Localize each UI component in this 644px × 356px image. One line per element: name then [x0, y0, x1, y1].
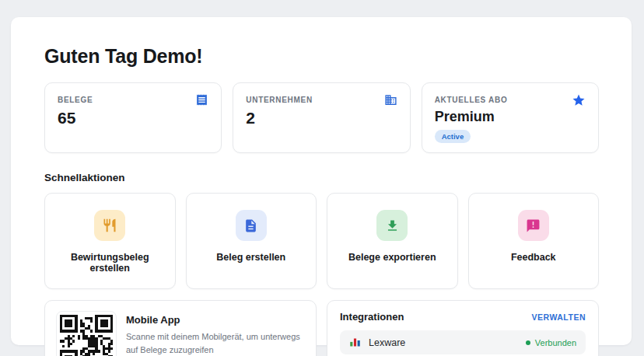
- stat-value: Premium: [435, 109, 586, 125]
- stat-card-abo: AKTUELLES ABO Premium Active: [422, 82, 599, 153]
- status-badge: Active: [435, 130, 471, 143]
- quick-actions-row: Bewirtungsbeleg erstellen Beleg erstelle…: [44, 193, 599, 289]
- stat-label: BELEGE: [58, 93, 93, 104]
- stat-label: AKTUELLES ABO: [435, 93, 508, 104]
- integration-row-lexware: Lexware Verbunden: [340, 330, 586, 354]
- action-label: Beleg erstellen: [193, 252, 310, 263]
- receipt-icon: [195, 93, 208, 106]
- action-belege-exportieren[interactable]: Belege exportieren: [327, 193, 458, 289]
- action-bewirtungsbeleg-erstellen[interactable]: Bewirtungsbeleg erstellen: [44, 193, 176, 289]
- stat-card-unternehmen: UNTERNEHMEN 2: [233, 82, 410, 153]
- mobile-app-description: Scanne mit deinem Mobilgerät, um unterwe…: [126, 330, 305, 356]
- action-beleg-erstellen[interactable]: Beleg erstellen: [186, 193, 317, 289]
- action-label: Feedback: [475, 252, 593, 263]
- download-icon: [376, 210, 408, 241]
- stat-card-belege: BELEGE 65: [44, 82, 222, 153]
- lexware-logo: [349, 337, 361, 348]
- star-icon: [572, 93, 586, 107]
- stat-label: UNTERNEHMEN: [246, 93, 312, 104]
- mobile-app-card: Mobile App Scanne mit deinem Mobilgerät,…: [44, 300, 317, 356]
- page-title: Guten Tag Demo!: [44, 45, 599, 68]
- mobile-app-title: Mobile App: [126, 314, 305, 326]
- building-icon: [384, 93, 397, 106]
- qr-code: [56, 311, 117, 356]
- integrations-card: Integrationen VERWALTEN Lexware Verbunde…: [327, 300, 599, 356]
- action-feedback[interactable]: Feedback: [468, 193, 600, 289]
- dashboard-panel: Guten Tag Demo! BELEGE 65 UNTERNEHMEN 2: [11, 17, 632, 345]
- verwalten-link[interactable]: VERWALTEN: [532, 312, 586, 322]
- status-dot: [526, 340, 530, 345]
- document-icon: [236, 210, 267, 241]
- action-label: Bewirtungsbeleg erstellen: [51, 252, 169, 274]
- bottom-row: Mobile App Scanne mit deinem Mobilgerät,…: [44, 300, 599, 356]
- stat-value: 2: [246, 109, 397, 127]
- stat-value: 65: [58, 109, 208, 127]
- chat-icon: [518, 210, 549, 241]
- quick-actions-heading: Schnellaktionen: [44, 172, 599, 183]
- integrations-heading: Integrationen: [340, 311, 404, 323]
- stats-row: BELEGE 65 UNTERNEHMEN 2 AKTUELLES ABO: [44, 82, 599, 153]
- restaurant-icon: [94, 210, 125, 241]
- action-label: Belege exportieren: [334, 252, 451, 263]
- integration-name: Lexware: [369, 337, 405, 348]
- integration-status: Verbunden: [526, 338, 576, 347]
